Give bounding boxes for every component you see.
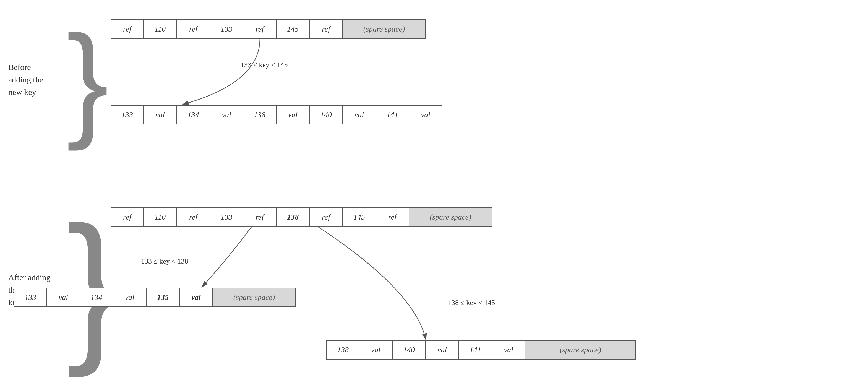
after-cell-138: 138 bbox=[277, 207, 310, 227]
section-divider bbox=[0, 184, 868, 184]
after-cell-ref-2: ref bbox=[177, 207, 210, 227]
after-cell-133: 133 bbox=[210, 207, 243, 227]
after-cell-spare-top: (spare space) bbox=[409, 207, 492, 227]
cell-140-b: 140 bbox=[310, 105, 343, 124]
cell-val-5: val bbox=[409, 105, 442, 124]
after-arrow-label-left: 133 ≤ key < 138 bbox=[141, 257, 188, 266]
cell-ref-1: ref bbox=[111, 19, 144, 39]
after-right-cell-140: 140 bbox=[393, 340, 426, 360]
cell-val-4: val bbox=[343, 105, 376, 124]
before-brace: } bbox=[66, 17, 109, 144]
after-left-cell-val-3: val bbox=[180, 288, 213, 307]
after-left-cell-spare: (spare space) bbox=[213, 288, 296, 307]
cell-134-b: 134 bbox=[177, 105, 210, 124]
cell-138-b: 138 bbox=[243, 105, 277, 124]
cell-ref-2: ref bbox=[177, 19, 210, 39]
after-left-row: 133 val 134 val 135 val (spare space) bbox=[14, 288, 296, 307]
after-left-cell-133: 133 bbox=[14, 288, 47, 307]
after-cell-145: 145 bbox=[343, 207, 376, 227]
before-bottom-row: 133 val 134 val 138 val 140 val 141 val bbox=[111, 105, 442, 124]
after-cell-ref-5: ref bbox=[376, 207, 409, 227]
cell-ref-3: ref bbox=[243, 19, 277, 39]
before-top-row: ref 110 ref 133 ref 145 ref (spare space… bbox=[111, 19, 426, 39]
after-arrow-label-right: 138 ≤ key < 145 bbox=[448, 299, 495, 307]
after-right-row: 138 val 140 val 141 val (spare space) bbox=[326, 340, 636, 360]
after-right-cell-val-3: val bbox=[492, 340, 525, 360]
cell-133: 133 bbox=[210, 19, 243, 39]
cell-ref-4: ref bbox=[310, 19, 343, 39]
after-left-cell-val-2: val bbox=[113, 288, 147, 307]
after-right-cell-spare: (spare space) bbox=[525, 340, 636, 360]
after-cell-110: 110 bbox=[144, 207, 177, 227]
before-arrow-label: 133 ≤ key < 145 bbox=[241, 61, 287, 69]
after-left-cell-val-1: val bbox=[47, 288, 80, 307]
after-left-cell-134: 134 bbox=[80, 288, 113, 307]
after-right-cell-141: 141 bbox=[459, 340, 492, 360]
cell-110: 110 bbox=[144, 19, 177, 39]
cell-spare-before-top: (spare space) bbox=[343, 19, 426, 39]
cell-141-b: 141 bbox=[376, 105, 409, 124]
after-right-cell-138: 138 bbox=[326, 340, 360, 360]
after-cell-ref-3: ref bbox=[243, 207, 277, 227]
cell-val-2: val bbox=[210, 105, 243, 124]
after-cell-ref-4: ref bbox=[310, 207, 343, 227]
cell-133-b: 133 bbox=[111, 105, 144, 124]
arrows-overlay bbox=[0, 0, 868, 388]
after-cell-ref-1: ref bbox=[111, 207, 144, 227]
after-right-cell-val-1: val bbox=[360, 340, 393, 360]
after-top-row: ref 110 ref 133 ref 138 ref 145 ref (spa… bbox=[111, 207, 492, 227]
after-left-cell-135: 135 bbox=[147, 288, 180, 307]
before-label: Before adding the new key bbox=[8, 61, 43, 98]
cell-val-3: val bbox=[277, 105, 310, 124]
cell-145: 145 bbox=[277, 19, 310, 39]
cell-val-1: val bbox=[144, 105, 177, 124]
after-right-cell-val-2: val bbox=[426, 340, 459, 360]
after-brace: } bbox=[66, 202, 122, 368]
